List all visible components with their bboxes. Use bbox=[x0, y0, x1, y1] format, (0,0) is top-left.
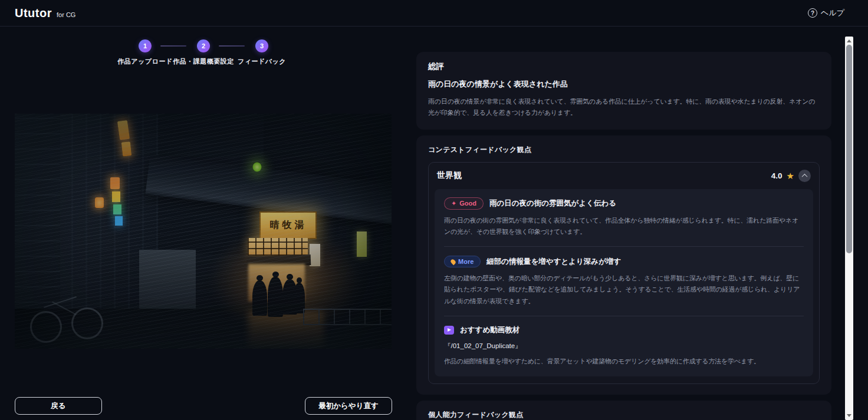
feedback-card: ✦Good 雨の日の夜の街の雰囲気がよく伝わる 雨の日の夜の街の雰囲気が非常に良… bbox=[435, 189, 813, 377]
step-2-label: 作品・課題概要設定 bbox=[173, 57, 234, 66]
green-neon-light bbox=[252, 162, 262, 172]
person-silhouette bbox=[294, 283, 305, 313]
flame-icon bbox=[450, 258, 456, 264]
brand-logo: Ututor for CG bbox=[15, 6, 75, 20]
overall-body: 雨の日の夜の情景が非常に良く表現されていて、雰囲気のある作品に仕上がっています。… bbox=[428, 96, 820, 119]
good-badge: ✦Good bbox=[444, 197, 484, 210]
lit-wall bbox=[139, 250, 196, 349]
overall-review-panel: 総評 雨の日の夜の情景がよく表現された作品 雨の日の夜の情景が非常に良く表現され… bbox=[416, 52, 831, 130]
video-icon bbox=[444, 326, 454, 335]
bicycle-wheel bbox=[30, 311, 62, 343]
scrollbar[interactable] bbox=[845, 37, 853, 420]
food-stall-signboard: 晴牧湯 bbox=[259, 211, 317, 240]
overall-title: 総評 bbox=[428, 61, 820, 72]
artwork-image: 晴牧湯 bbox=[15, 114, 392, 349]
video-recommendation-block: おすすめ動画教材 『/01_02_07_Duplicate』 作品の細部情報量を… bbox=[444, 316, 804, 367]
dark-sky bbox=[264, 114, 392, 180]
personal-feedback-panel: 個人能力フィードバック観点 モデリング 4.0 ★ ✦Good 主要なオブジェク… bbox=[416, 401, 831, 420]
step-3-circle: 3 bbox=[255, 39, 268, 52]
feedback-title: 雨の日の夜の街の雰囲気がよく伝わる bbox=[489, 199, 616, 209]
personal-section-label: 個人能力フィードバック観点 bbox=[428, 410, 820, 420]
good-feedback-block: ✦Good 雨の日の夜の街の雰囲気がよく伝わる 雨の日の夜の街の雰囲気が非常に良… bbox=[444, 197, 804, 238]
help-label: ヘルプ bbox=[821, 8, 844, 18]
scrollbar-down-arrow[interactable] bbox=[847, 414, 851, 417]
video-block-body: 作品の細部情報量を増やすために、背景アセットや建築物のモデリングを効率的に作成す… bbox=[444, 356, 804, 367]
contest-section-label: コンテストフィードバック観点 bbox=[428, 145, 820, 155]
back-button[interactable]: 戻る bbox=[15, 397, 102, 415]
feedback-title: 細部の情報量を増やすとより深みが増す bbox=[486, 257, 621, 267]
ground-reflection bbox=[248, 311, 324, 349]
neon-sign bbox=[115, 216, 123, 226]
person-silhouette bbox=[282, 279, 298, 315]
left-building bbox=[15, 114, 158, 349]
criterion-name: 世界観 bbox=[437, 170, 462, 181]
scrollbar-thumb[interactable] bbox=[846, 45, 852, 253]
stall-awning bbox=[246, 255, 311, 268]
brand-name: Ututor bbox=[15, 6, 52, 20]
more-feedback-block: More 細部の情報量を増やすとより深みが増す 左側の建物の壁面や、奥の暗い部分… bbox=[444, 246, 804, 307]
feedback-body: 雨の日の夜の街の雰囲気が非常に良く表現されていて、作品全体から独特の情緒が感じら… bbox=[444, 215, 804, 238]
left-building-edge bbox=[15, 114, 60, 349]
feedback-body: 左側の建物の壁面や、奥の暗い部分のディテールがもう少しあると、さらに世界観に深み… bbox=[444, 273, 804, 307]
step-connector bbox=[160, 45, 186, 47]
overall-subtitle: 雨の日の夜の情景がよく表現された作品 bbox=[428, 79, 820, 90]
app-header: Ututor for CG ? ヘルプ bbox=[0, 0, 868, 27]
street-railing bbox=[303, 309, 392, 325]
wet-street bbox=[15, 309, 392, 349]
worldview-subpanel: 世界観 4.0 ★ ✦Good 雨の日の夜の街の雰囲気がよく伝わる 雨の日の夜の… bbox=[428, 162, 820, 385]
step-3-label: フィードバック bbox=[238, 57, 286, 66]
stall-windows bbox=[248, 238, 308, 256]
video-material-link[interactable]: 『/01_02_07_Duplicate』 bbox=[444, 342, 804, 350]
worldview-header: 世界観 4.0 ★ bbox=[429, 163, 819, 189]
neon-sign bbox=[112, 191, 120, 202]
bicycle-frame bbox=[52, 302, 75, 315]
background-building bbox=[128, 114, 286, 254]
video-block-title: おすすめ動画教材 bbox=[460, 325, 520, 335]
person-silhouette bbox=[252, 280, 268, 316]
more-badge: More bbox=[444, 256, 481, 267]
stall-glow bbox=[211, 227, 361, 333]
neon-sign bbox=[121, 141, 131, 156]
brand-suffix: for CG bbox=[57, 11, 75, 18]
help-link[interactable]: ? ヘルプ bbox=[808, 8, 844, 18]
vertical-neon-sign bbox=[357, 232, 367, 257]
step-1-circle: 1 bbox=[139, 39, 152, 52]
question-circle-icon: ? bbox=[808, 8, 817, 18]
feedback-column: 総評 雨の日の夜の情景がよく表現された作品 雨の日の夜の情景が非常に良く表現され… bbox=[416, 52, 831, 420]
step-connector bbox=[219, 45, 245, 47]
step-2-circle: 2 bbox=[197, 39, 210, 52]
bicycle-frame bbox=[44, 296, 76, 308]
contest-feedback-panel: コンテストフィードバック観点 世界観 4.0 ★ ✦Good 雨の日の夜の街の雰… bbox=[416, 135, 831, 395]
overpass-girder bbox=[145, 154, 392, 226]
lantern-sign bbox=[95, 197, 104, 208]
neon-sign bbox=[113, 204, 121, 215]
stall-banner bbox=[310, 244, 320, 266]
neon-sign bbox=[110, 177, 119, 189]
star-icon: ★ bbox=[787, 171, 794, 180]
person-silhouette bbox=[268, 277, 283, 317]
sparkle-icon: ✦ bbox=[451, 200, 456, 207]
collapse-button[interactable] bbox=[798, 170, 811, 182]
rating-value: 4.0 bbox=[771, 171, 782, 180]
scrollbar-up-arrow[interactable] bbox=[847, 39, 851, 42]
neon-sign bbox=[117, 120, 130, 140]
step-1-label: 作品アップロード bbox=[117, 57, 172, 66]
chevron-up-icon bbox=[802, 173, 808, 179]
bicycle-wheel bbox=[71, 307, 103, 339]
restart-button[interactable]: 最初からやり直す bbox=[305, 397, 392, 415]
stall-interior-light bbox=[248, 264, 305, 302]
